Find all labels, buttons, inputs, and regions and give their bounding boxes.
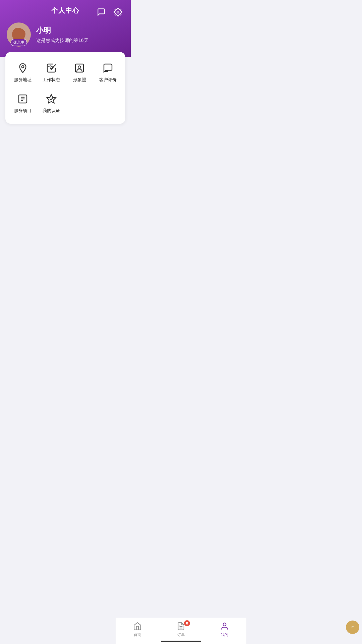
my-certification-label: 我的认证: [43, 108, 60, 114]
menu-item-work-status[interactable]: 工作状态: [37, 59, 66, 86]
message-button[interactable]: [95, 6, 107, 18]
menu-item-customer-review[interactable]: 客户评价: [94, 59, 122, 86]
profile-photo-icon: [73, 62, 85, 74]
header-icons: [95, 6, 124, 18]
profile-row: 休息中 小明 这是您成为技师的第16天: [7, 22, 124, 47]
menu-card: 服务地址 工作状态: [5, 52, 125, 124]
svg-point-3: [78, 66, 81, 68]
service-address-icon: [17, 62, 29, 74]
settings-button[interactable]: [112, 6, 124, 18]
customer-review-icon: [102, 62, 114, 74]
service-items-icon: [17, 93, 29, 105]
main-content: [0, 130, 131, 298]
status-badge: 休息中: [11, 39, 27, 46]
header-title-row: 个人中心: [7, 6, 124, 15]
profile-name: 小明: [36, 25, 88, 36]
menu-item-my-certification[interactable]: 我的认证: [37, 90, 66, 117]
message-icon: [97, 8, 106, 16]
header: 个人中心 休息中 小明 这是您成为技师的第16天: [0, 0, 131, 57]
settings-icon: [114, 8, 122, 16]
service-address-label: 服务地址: [14, 77, 32, 83]
menu-item-service-items[interactable]: 服务项目: [9, 90, 37, 117]
svg-point-0: [117, 11, 119, 13]
work-status-icon: [45, 62, 57, 74]
svg-rect-4: [105, 70, 108, 72]
menu-item-service-address[interactable]: 服务地址: [9, 59, 37, 86]
profile-photo-label: 形象照: [73, 77, 86, 83]
avatar-wrapper[interactable]: 休息中: [7, 22, 31, 47]
menu-grid-row1: 服务地址 工作状态: [9, 59, 122, 86]
menu-grid-row2: 服务项目 我的认证: [9, 90, 122, 117]
service-items-label: 服务项目: [14, 108, 32, 114]
menu-item-profile-photo[interactable]: 形象照: [65, 59, 94, 86]
page-title: 个人中心: [51, 6, 79, 15]
profile-info: 小明 这是您成为技师的第16天: [36, 25, 88, 44]
work-status-label: 工作状态: [43, 77, 60, 83]
profile-subtitle: 这是您成为技师的第16天: [36, 38, 88, 44]
customer-review-label: 客户评价: [99, 77, 117, 83]
svg-point-1: [22, 66, 24, 68]
my-certification-icon: [45, 93, 57, 105]
